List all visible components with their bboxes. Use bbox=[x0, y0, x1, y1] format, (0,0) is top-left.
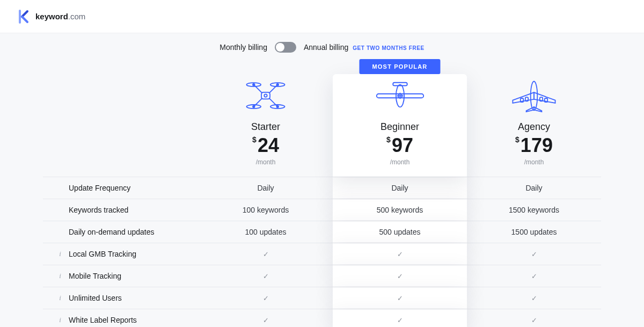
check-icon: ✓ bbox=[397, 250, 403, 258]
info-icon[interactable]: i bbox=[57, 250, 63, 258]
feature-row: iLocal GMB Tracking✓✓✓ bbox=[43, 243, 601, 265]
billing-promo-badge: GET TWO MONTHS FREE bbox=[353, 45, 425, 51]
plan-price: $24 bbox=[204, 136, 327, 155]
feature-row: Update FrequencyDailyDailyDaily bbox=[43, 177, 601, 199]
pricing-tier-headers: Starter $24 /month MOST POPULAR Beginner… bbox=[43, 67, 601, 177]
feature-value: ✓ bbox=[199, 265, 333, 287]
check-icon: ✓ bbox=[263, 316, 269, 324]
feature-value: 1500 keywords bbox=[467, 199, 601, 221]
check-icon: ✓ bbox=[531, 294, 537, 302]
feature-label-text: Local GMB Tracking bbox=[69, 250, 136, 258]
feature-value: ✓ bbox=[199, 309, 333, 327]
feature-value: ✓ bbox=[333, 287, 467, 309]
info-icon[interactable]: i bbox=[57, 294, 63, 302]
feature-label: Keywords tracked bbox=[43, 199, 199, 221]
feature-row: Keywords tracked100 keywords500 keywords… bbox=[43, 199, 601, 221]
svg-point-10 bbox=[253, 84, 255, 86]
feature-row: Daily on-demand updates100 updates500 up… bbox=[43, 221, 601, 243]
feature-label-text: Update Frequency bbox=[69, 184, 130, 192]
info-icon[interactable]: i bbox=[57, 272, 63, 280]
svg-rect-8 bbox=[261, 92, 270, 99]
feature-value: ✓ bbox=[199, 287, 333, 309]
check-icon: ✓ bbox=[263, 250, 269, 258]
svg-point-11 bbox=[276, 84, 279, 86]
check-icon: ✓ bbox=[531, 250, 537, 258]
check-icon: ✓ bbox=[263, 272, 269, 280]
feature-value: 100 keywords bbox=[199, 199, 333, 221]
plan-card-beginner[interactable]: MOST POPULAR Beginner $97 /month bbox=[333, 74, 467, 177]
plan-card-agency[interactable]: Agency $179 /month bbox=[467, 67, 601, 177]
feature-label: iUnlimited Users bbox=[43, 287, 199, 309]
svg-point-12 bbox=[253, 106, 255, 108]
plan-name: Beginner bbox=[338, 121, 462, 133]
feature-label: iLocal GMB Tracking bbox=[43, 243, 199, 265]
drone-icon bbox=[244, 79, 287, 112]
check-icon: ✓ bbox=[531, 272, 537, 280]
feature-row: iMobile Tracking✓✓✓ bbox=[43, 265, 601, 287]
feature-value: 500 updates bbox=[333, 221, 467, 243]
plan-period: /month bbox=[204, 158, 327, 166]
feature-row: iWhite Label Reports✓✓✓ bbox=[43, 309, 601, 327]
plan-period: /month bbox=[472, 158, 596, 166]
feature-row: iUnlimited Users✓✓✓ bbox=[43, 287, 601, 309]
feature-comparison-table: Update FrequencyDailyDailyDailyKeywords … bbox=[43, 177, 601, 327]
feature-value: ✓ bbox=[467, 287, 601, 309]
billing-annual-label: Annual billing bbox=[304, 43, 348, 52]
billing-annual-wrap: Annual billing GET TWO MONTHS FREE bbox=[304, 43, 425, 52]
brand-logo[interactable]: keyword.com bbox=[18, 10, 85, 24]
plan-price: $97 bbox=[338, 136, 462, 155]
brand-name: keyword.com bbox=[35, 12, 85, 21]
feature-value: ✓ bbox=[199, 243, 333, 265]
feature-label-text: Unlimited Users bbox=[69, 294, 122, 302]
feature-value: ✓ bbox=[333, 243, 467, 265]
plan-price: $179 bbox=[472, 136, 596, 155]
billing-monthly-label: Monthly billing bbox=[219, 43, 267, 52]
propeller-plane-icon bbox=[375, 81, 426, 111]
billing-toggle-row: Monthly billing Annual billing GET TWO M… bbox=[0, 33, 644, 67]
feature-label: iMobile Tracking bbox=[43, 265, 199, 287]
billing-toggle[interactable] bbox=[275, 42, 296, 53]
feature-value: ✓ bbox=[467, 265, 601, 287]
check-icon: ✓ bbox=[397, 272, 403, 280]
feature-value: Daily bbox=[467, 177, 601, 199]
feature-label: Daily on-demand updates bbox=[43, 221, 199, 243]
feature-value: 100 updates bbox=[199, 221, 333, 243]
feature-value: ✓ bbox=[467, 309, 601, 327]
feature-value: 500 keywords bbox=[333, 199, 467, 221]
feature-label-text: Keywords tracked bbox=[69, 206, 128, 214]
feature-label-text: Mobile Tracking bbox=[69, 272, 121, 280]
svg-point-13 bbox=[276, 106, 279, 108]
plan-name: Agency bbox=[472, 121, 596, 133]
feature-value: ✓ bbox=[467, 243, 601, 265]
feature-label: iWhite Label Reports bbox=[43, 309, 199, 327]
svg-point-9 bbox=[264, 94, 267, 97]
plan-name: Starter bbox=[204, 121, 327, 133]
app-header: keyword.com bbox=[0, 0, 644, 33]
logo-k-icon bbox=[18, 10, 30, 24]
check-icon: ✓ bbox=[263, 294, 269, 302]
plan-card-starter[interactable]: Starter $24 /month bbox=[199, 67, 333, 177]
feature-label-text: White Label Reports bbox=[69, 316, 137, 324]
info-icon[interactable]: i bbox=[57, 316, 63, 324]
check-icon: ✓ bbox=[397, 316, 403, 324]
feature-label-text: Daily on-demand updates bbox=[69, 228, 155, 236]
jet-plane-icon bbox=[510, 79, 558, 113]
most-popular-badge: MOST POPULAR bbox=[359, 59, 440, 74]
feature-value: 1500 updates bbox=[467, 221, 601, 243]
feature-value: Daily bbox=[199, 177, 333, 199]
check-icon: ✓ bbox=[531, 316, 537, 324]
pricing-section: Starter $24 /month MOST POPULAR Beginner… bbox=[27, 67, 617, 327]
feature-label: Update Frequency bbox=[43, 177, 199, 199]
check-icon: ✓ bbox=[397, 294, 403, 302]
plan-period: /month bbox=[338, 158, 462, 166]
feature-value: ✓ bbox=[333, 309, 467, 327]
feature-value: Daily bbox=[333, 177, 467, 199]
feature-value: ✓ bbox=[333, 265, 467, 287]
